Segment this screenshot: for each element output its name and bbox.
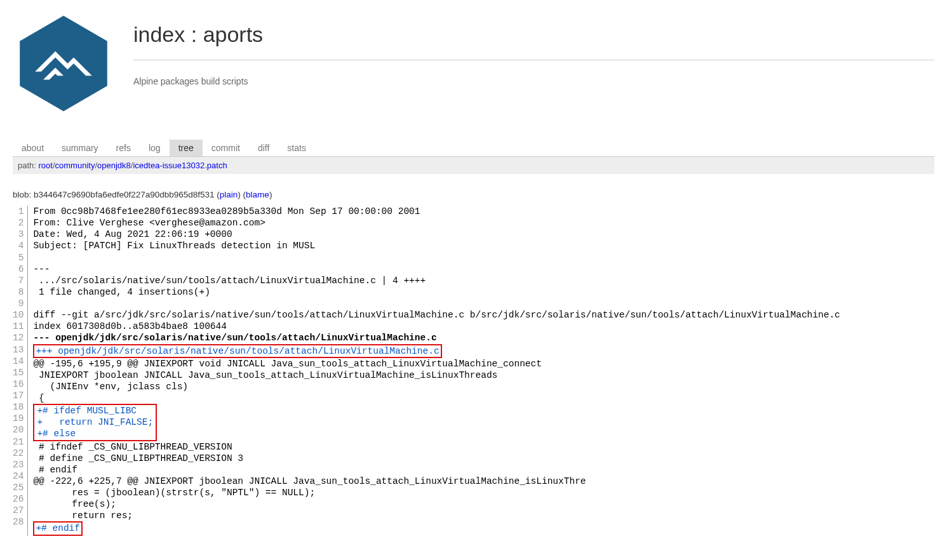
code-line: ---	[33, 263, 840, 275]
path-segment[interactable]: icedtea-issue13032.patch	[133, 161, 227, 170]
line-number[interactable]: 25	[13, 482, 24, 493]
line-number[interactable]: 15	[13, 367, 24, 378]
line-number[interactable]: 28	[13, 516, 24, 528]
code-text: @@ -195,6 +195,9 @@ JNIEXPORT void JNICA…	[33, 359, 542, 369]
line-number[interactable]: 13	[13, 344, 24, 356]
code-line	[33, 252, 840, 263]
code-text: .../src/solaris/native/sun/tools/attach/…	[33, 276, 426, 286]
tabs-row: aboutsummaryrefslogtreecommitdiffstats	[13, 140, 934, 157]
code-text: return res;	[33, 510, 133, 521]
tabs-container: aboutsummaryrefslogtreecommitdiffstats p…	[0, 140, 947, 174]
line-number[interactable]: 17	[13, 390, 24, 401]
line-number[interactable]: 3	[13, 229, 24, 240]
blob-info: blob: b344647c9690bfa6edfe0f227a90dbb965…	[0, 174, 947, 206]
tab-diff[interactable]: diff	[249, 140, 278, 156]
code-text: From 0cc98b7468fe1ee280f61ec8933ea0289b5…	[33, 206, 420, 217]
code-line: --- openjdk/jdk/src/solaris/native/sun/t…	[33, 332, 840, 343]
line-number[interactable]: 5	[13, 252, 24, 263]
line-number[interactable]: 6	[13, 263, 24, 275]
tab-about[interactable]: about	[13, 140, 53, 156]
code-text: +++ openjdk/jdk/src/solaris/native/sun/t…	[33, 344, 441, 358]
code-line: diff --git a/src/jdk/src/solaris/native/…	[33, 309, 840, 321]
code-line: .../src/solaris/native/sun/tools/attach/…	[33, 275, 840, 286]
line-number[interactable]: 24	[13, 470, 24, 482]
code-text: 1 file changed, 4 insertions(+)	[33, 287, 210, 297]
path-segment[interactable]: openjdk8	[97, 161, 131, 170]
line-number[interactable]: 9	[13, 298, 24, 309]
line-number[interactable]: 14	[13, 356, 24, 367]
line-number[interactable]: 26	[13, 493, 24, 505]
code-text	[33, 298, 39, 309]
tab-refs[interactable]: refs	[107, 140, 140, 156]
tab-log[interactable]: log	[140, 140, 170, 156]
code-text: +# else	[37, 428, 153, 439]
code-block: 1234567891011121314151617181920212223242…	[0, 206, 947, 536]
code-text: diff --git a/src/jdk/src/solaris/native/…	[33, 310, 840, 320]
line-number[interactable]: 22	[13, 448, 24, 459]
line-number[interactable]: 11	[13, 321, 24, 332]
code-text: # ifndef _CS_GNU_LIBPTHREAD_VERSION	[33, 442, 232, 452]
line-number[interactable]: 10	[13, 309, 24, 321]
blob-hash: b344647c9690bfa6edfe0f227a90dbb965d8f531	[34, 190, 215, 199]
tab-commit[interactable]: commit	[203, 140, 249, 156]
code-text: +# ifdef MUSL_LIBC	[37, 405, 153, 417]
header: index : aports Alpine packages build scr…	[13, 13, 934, 114]
code-line: index 6017308d0b..a583b4bae8 100644	[33, 321, 840, 332]
code-text: @@ -222,6 +225,7 @@ JNIEXPORT jboolean J…	[33, 476, 586, 486]
code-text: Subject: [PATCH] Fix LinuxThreads detect…	[33, 241, 315, 251]
tab-stats[interactable]: stats	[278, 140, 315, 156]
repo-description: Alpine packages build scripts	[133, 76, 934, 86]
code-text: res = (jboolean)(strstr(s, "NPTL") == NU…	[33, 488, 315, 498]
tab-summary[interactable]: summary	[53, 140, 107, 156]
path-row: path: root/community/openjdk8/icedtea-is…	[13, 157, 934, 174]
code-text: free(s);	[33, 499, 116, 509]
line-number[interactable]: 23	[13, 459, 24, 470]
code-text: From: Clive Verghese <verghese@amazon.co…	[33, 218, 265, 228]
line-number[interactable]: 19	[13, 413, 24, 424]
line-number[interactable]: 1	[13, 206, 24, 217]
repo-link[interactable]: aports	[203, 22, 264, 46]
code-line: return res;	[33, 510, 840, 521]
line-number[interactable]: 8	[13, 286, 24, 298]
line-number[interactable]: 20	[13, 424, 24, 436]
code-text: Date: Wed, 4 Aug 2021 22:06:19 +0000	[33, 229, 232, 239]
code-text: ---	[33, 264, 50, 274]
code-line: +# endif	[33, 521, 840, 535]
code-line: 1 file changed, 4 insertions(+)	[33, 286, 840, 298]
code-line: {	[33, 392, 840, 404]
alpine-logo[interactable]	[13, 13, 114, 114]
code-content: From 0cc98b7468fe1ee280f61ec8933ea0289b5…	[28, 206, 840, 536]
line-number[interactable]: 7	[13, 275, 24, 286]
code-line: free(s);	[33, 498, 840, 510]
code-text: # endif	[33, 465, 77, 475]
plain-link[interactable]: plain	[220, 190, 238, 199]
code-text: + return JNI_FALSE;	[37, 417, 153, 428]
line-number[interactable]: 27	[13, 505, 24, 516]
code-text: {	[33, 393, 44, 403]
blob-prefix: blob:	[13, 190, 34, 199]
code-line: res = (jboolean)(strstr(s, "NPTL") == NU…	[33, 487, 840, 498]
code-line: # define _CS_GNU_LIBPTHREAD_VERSION 3	[33, 453, 840, 464]
index-link[interactable]: index	[133, 22, 185, 46]
line-number[interactable]: 2	[13, 217, 24, 229]
title-sep: :	[185, 22, 203, 46]
line-number[interactable]: 18	[13, 401, 24, 413]
code-line: +++ openjdk/jdk/src/solaris/native/sun/t…	[33, 344, 840, 358]
code-text: --- openjdk/jdk/src/solaris/native/sun/t…	[33, 333, 436, 343]
header-container: index : aports Alpine packages build scr…	[0, 0, 947, 114]
line-number[interactable]: 4	[13, 240, 24, 251]
code-text: # define _CS_GNU_LIBPTHREAD_VERSION 3	[33, 453, 243, 463]
tab-tree[interactable]: tree	[170, 140, 203, 156]
path-segment[interactable]: community	[55, 161, 95, 170]
blame-link[interactable]: blame	[246, 190, 269, 199]
code-line: JNIEXPORT jboolean JNICALL Java_sun_tool…	[33, 370, 840, 381]
line-number[interactable]: 12	[13, 332, 24, 343]
line-number[interactable]: 21	[13, 436, 24, 448]
path-segment[interactable]: root	[39, 161, 53, 170]
code-line: Date: Wed, 4 Aug 2021 22:06:19 +0000	[33, 229, 840, 240]
code-line: From 0cc98b7468fe1ee280f61ec8933ea0289b5…	[33, 206, 840, 217]
line-number[interactable]: 16	[13, 378, 24, 390]
code-line: From: Clive Verghese <verghese@amazon.co…	[33, 217, 840, 229]
code-line: # endif	[33, 464, 840, 476]
code-line: @@ -195,6 +195,9 @@ JNIEXPORT void JNICA…	[33, 358, 840, 370]
